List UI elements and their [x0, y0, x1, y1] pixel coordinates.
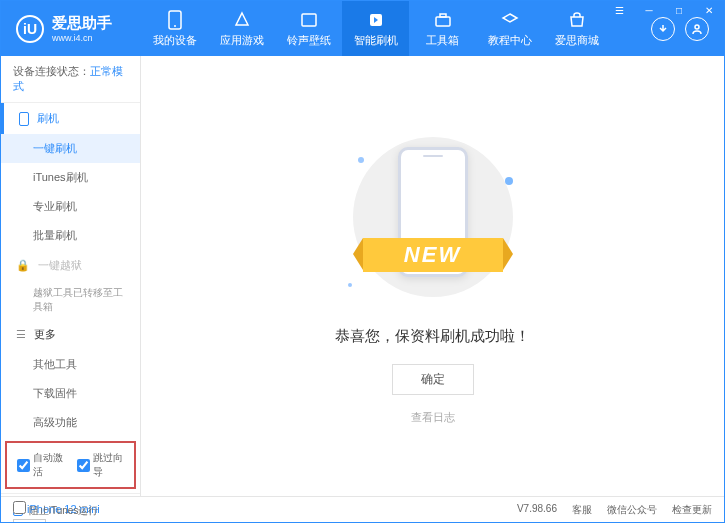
- sidebar-item-batch[interactable]: 批量刷机: [1, 221, 140, 250]
- success-message: 恭喜您，保资料刷机成功啦！: [335, 327, 530, 346]
- connection-status: 设备连接状态：正常模式: [1, 56, 140, 103]
- sidebar-section-more[interactable]: ☰ 更多: [1, 319, 140, 350]
- app-header: iU 爱思助手 www.i4.cn 我的设备 应用游戏 铃声壁纸 智能刷机 工具…: [1, 1, 724, 56]
- sidebar-item-firmware[interactable]: 下载固件: [1, 379, 140, 408]
- update-link[interactable]: 检查更新: [672, 503, 712, 517]
- auto-activate-checkbox[interactable]: 自动激活: [17, 451, 65, 479]
- new-banner: NEW: [363, 238, 503, 272]
- app-url: www.i4.cn: [52, 33, 112, 43]
- nav-apps[interactable]: 应用游戏: [208, 1, 275, 56]
- footer-right: V7.98.66 客服 微信公众号 检查更新: [517, 503, 712, 517]
- wallpaper-icon: [299, 10, 319, 30]
- apps-icon: [232, 10, 252, 30]
- sidebar-item-pro[interactable]: 专业刷机: [1, 192, 140, 221]
- logo-icon: iU: [16, 15, 44, 43]
- download-button[interactable]: [651, 17, 675, 41]
- tutorial-icon: [500, 10, 520, 30]
- sidebar-section-jailbreak: 🔒 一键越狱: [1, 250, 140, 281]
- nav-store[interactable]: 爱思商城: [543, 1, 610, 56]
- svg-rect-4: [436, 17, 450, 26]
- svg-rect-5: [440, 14, 446, 17]
- options-highlighted: 自动激活 跳过向导: [5, 441, 136, 489]
- nav-my-device[interactable]: 我的设备: [141, 1, 208, 56]
- svg-point-6: [695, 25, 699, 29]
- svg-rect-2: [302, 14, 316, 26]
- device-storage: 64GB: [13, 519, 46, 523]
- lock-icon: 🔒: [16, 259, 30, 272]
- svg-point-1: [174, 25, 176, 27]
- view-log-link[interactable]: 查看日志: [411, 410, 455, 425]
- body: 设备连接状态：正常模式 刷机 一键刷机 iTunes刷机 专业刷机 批量刷机 🔒…: [1, 56, 724, 496]
- phone-icon: [165, 10, 185, 30]
- close-button[interactable]: ✕: [694, 1, 724, 19]
- logo-area: iU 爱思助手 www.i4.cn: [1, 14, 141, 43]
- success-illustration: NEW: [343, 127, 523, 307]
- wechat-link[interactable]: 微信公众号: [607, 503, 657, 517]
- block-itunes-checkbox[interactable]: 阻止iTunes运行: [13, 501, 98, 518]
- phone-icon: [19, 112, 29, 126]
- nav-ringtones[interactable]: 铃声壁纸: [275, 1, 342, 56]
- store-icon: [567, 10, 587, 30]
- more-icon: ☰: [16, 328, 26, 341]
- jailbreak-note: 越狱工具已转移至工具箱: [1, 281, 140, 319]
- sidebar-item-itunes[interactable]: iTunes刷机: [1, 163, 140, 192]
- footer-left: 阻止iTunes运行: [13, 501, 98, 518]
- window-controls: ☰ ─ □ ✕: [604, 1, 724, 19]
- ok-button[interactable]: 确定: [392, 364, 474, 395]
- sidebar-item-other[interactable]: 其他工具: [1, 350, 140, 379]
- nav-toolbox[interactable]: 工具箱: [409, 1, 476, 56]
- sidebar: 设备连接状态：正常模式 刷机 一键刷机 iTunes刷机 专业刷机 批量刷机 🔒…: [1, 56, 141, 496]
- minimize-button[interactable]: ─: [634, 1, 664, 19]
- user-button[interactable]: [685, 17, 709, 41]
- flash-icon: [366, 10, 386, 30]
- main-nav: 我的设备 应用游戏 铃声壁纸 智能刷机 工具箱 教程中心 爱思商城: [141, 1, 651, 56]
- nav-tutorials[interactable]: 教程中心: [476, 1, 543, 56]
- menu-button[interactable]: ☰: [604, 1, 634, 19]
- app-name: 爱思助手: [52, 14, 112, 33]
- sidebar-item-advanced[interactable]: 高级功能: [1, 408, 140, 437]
- main-content: NEW 恭喜您，保资料刷机成功啦！ 确定 查看日志: [141, 56, 724, 496]
- version-label: V7.98.66: [517, 503, 557, 517]
- maximize-button[interactable]: □: [664, 1, 694, 19]
- sidebar-section-flash[interactable]: 刷机: [1, 103, 140, 134]
- nav-flash[interactable]: 智能刷机: [342, 1, 409, 56]
- header-right: [651, 17, 724, 41]
- service-link[interactable]: 客服: [572, 503, 592, 517]
- sidebar-item-oneclick[interactable]: 一键刷机: [1, 134, 140, 163]
- skip-guide-checkbox[interactable]: 跳过向导: [77, 451, 125, 479]
- toolbox-icon: [433, 10, 453, 30]
